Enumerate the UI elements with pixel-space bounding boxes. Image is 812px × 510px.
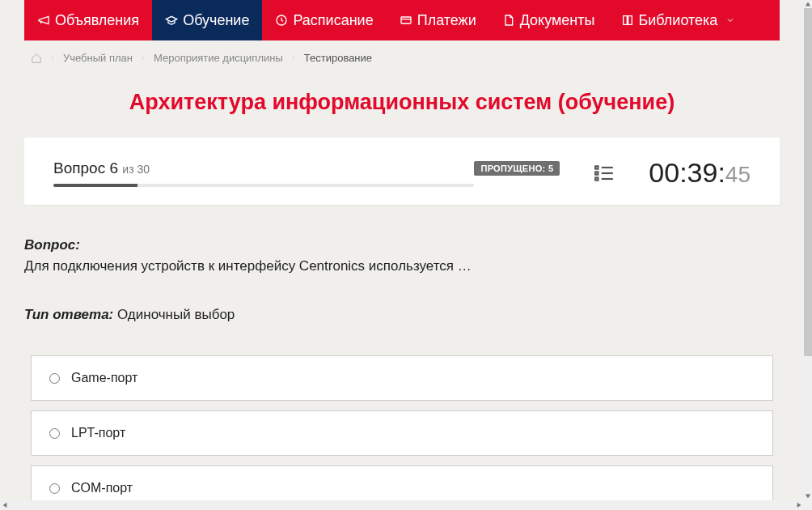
home-icon[interactable] (31, 53, 42, 64)
status-bar: Вопрос 6 из 30 ПРОПУЩЕНО: 5 00:39:45 (24, 138, 780, 205)
breadcrumb-item[interactable]: Учебный план (63, 52, 133, 64)
nav-documents[interactable]: Документы (489, 0, 608, 40)
scroll-right-arrow[interactable] (794, 500, 804, 510)
answer-list: Game-порт LPT-порт COM-порт (24, 355, 780, 500)
book-icon (621, 14, 634, 27)
scroll-thumb[interactable] (804, 8, 812, 356)
nav-label: Библиотека (639, 12, 718, 29)
timer: 00:39:45 (649, 157, 751, 189)
answer-text: LPT-порт (71, 426, 125, 440)
nav-schedule[interactable]: Расписание (262, 0, 386, 40)
progress-bar (53, 184, 474, 187)
question-counter: Вопрос 6 из 30 (53, 159, 150, 177)
skipped-badge: ПРОПУЩЕНО: 5 (474, 161, 560, 176)
answer-option[interactable]: COM-порт (31, 465, 773, 500)
question-list-icon[interactable] (592, 163, 616, 184)
answer-type-value: Одиночный выбор (113, 307, 235, 322)
breadcrumb-current: Тестирование (304, 52, 372, 64)
svg-rect-2 (595, 166, 598, 168)
chevron-down-icon (725, 15, 735, 25)
nav-label: Обучение (183, 12, 249, 29)
horizontal-scrollbar[interactable] (0, 500, 804, 510)
chevron-right-icon (290, 54, 298, 62)
clock-icon (275, 14, 288, 27)
answer-type-label: Тип ответа: (24, 307, 113, 322)
question-text: Для подключения устройств к интерфейсу C… (24, 258, 780, 274)
breadcrumb-item[interactable]: Мероприятие дисциплины (154, 52, 283, 64)
question-heading: Вопрос: (24, 237, 780, 253)
vertical-scrollbar[interactable] (804, 0, 812, 500)
nav-library[interactable]: Библиотека (608, 0, 749, 40)
answer-radio[interactable] (49, 428, 60, 439)
main-navbar: Объявления Обучение Расписание Платежи Д… (24, 0, 780, 40)
page-title: Архитектура информационных систем (обуче… (24, 90, 780, 115)
answer-text: COM-порт (71, 481, 133, 495)
svg-rect-4 (595, 177, 598, 180)
chevron-right-icon (139, 54, 147, 62)
megaphone-icon (37, 14, 50, 27)
progress-fill (53, 184, 137, 187)
scroll-down-arrow[interactable] (804, 492, 812, 500)
answer-radio[interactable] (49, 373, 60, 384)
answer-radio[interactable] (49, 483, 60, 494)
question-block: Вопрос: Для подключения устройств к инте… (24, 237, 780, 500)
breadcrumb: Учебный план Мероприятие дисциплины Тест… (24, 40, 780, 75)
answer-option[interactable]: Game-порт (31, 355, 773, 401)
svg-rect-1 (401, 17, 411, 23)
nav-label: Документы (520, 12, 595, 29)
nav-announcements[interactable]: Объявления (24, 0, 152, 40)
graduation-icon (165, 14, 178, 27)
scroll-up-arrow[interactable] (804, 0, 812, 8)
nav-payments[interactable]: Платежи (387, 0, 489, 40)
card-icon (400, 14, 412, 27)
nav-label: Объявления (55, 12, 139, 29)
scroll-left-arrow[interactable] (0, 500, 10, 510)
answer-text: Game-порт (71, 371, 137, 385)
answer-option[interactable]: LPT-порт (31, 410, 773, 456)
nav-learning[interactable]: Обучение (152, 0, 262, 40)
svg-rect-3 (595, 172, 598, 174)
chevron-right-icon (49, 54, 57, 62)
document-icon (502, 14, 515, 27)
nav-label: Платежи (417, 12, 476, 29)
nav-label: Расписание (293, 12, 373, 29)
scrollbar-corner (804, 500, 812, 510)
answer-type-row: Тип ответа: Одиночный выбор (24, 307, 780, 323)
